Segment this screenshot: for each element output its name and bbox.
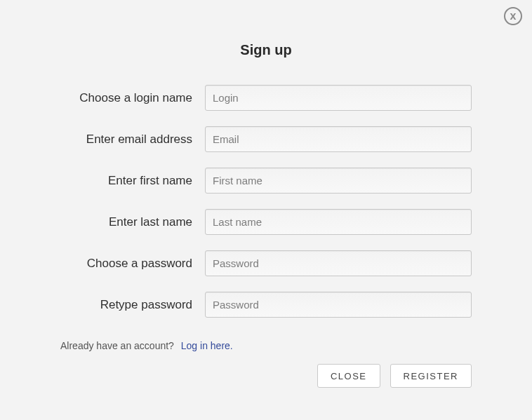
- retype-password-label: Retype password: [0, 298, 205, 312]
- last-name-label: Enter last name: [0, 215, 205, 229]
- login-label: Choose a login name: [0, 91, 205, 105]
- last-name-row: Enter last name: [0, 209, 472, 235]
- first-name-label: Enter first name: [0, 174, 205, 188]
- close-icon[interactable]: x: [504, 7, 522, 25]
- password-input[interactable]: [205, 250, 472, 276]
- retype-password-row: Retype password: [0, 292, 472, 318]
- email-row: Enter email address: [0, 126, 472, 152]
- page-title: Sign up: [0, 42, 532, 58]
- login-row: Choose a login name: [0, 85, 472, 111]
- already-text: Already have an account?: [60, 340, 174, 351]
- password-label: Choose a password: [0, 257, 205, 271]
- email-label: Enter email address: [0, 133, 205, 147]
- first-name-row: Enter first name: [0, 168, 472, 194]
- button-bar: CLOSE REGISTER: [0, 351, 532, 388]
- password-row: Choose a password: [0, 250, 472, 276]
- login-input[interactable]: [205, 85, 472, 111]
- register-button[interactable]: REGISTER: [390, 364, 472, 388]
- already-have-account: Already have an account? Log in here.: [60, 340, 532, 351]
- login-link[interactable]: Log in here.: [181, 340, 233, 351]
- retype-password-input[interactable]: [205, 292, 472, 318]
- close-button[interactable]: CLOSE: [317, 364, 380, 388]
- first-name-input[interactable]: [205, 168, 472, 194]
- last-name-input[interactable]: [205, 209, 472, 235]
- signup-form: Choose a login name Enter email address …: [0, 85, 532, 318]
- email-input[interactable]: [205, 126, 472, 152]
